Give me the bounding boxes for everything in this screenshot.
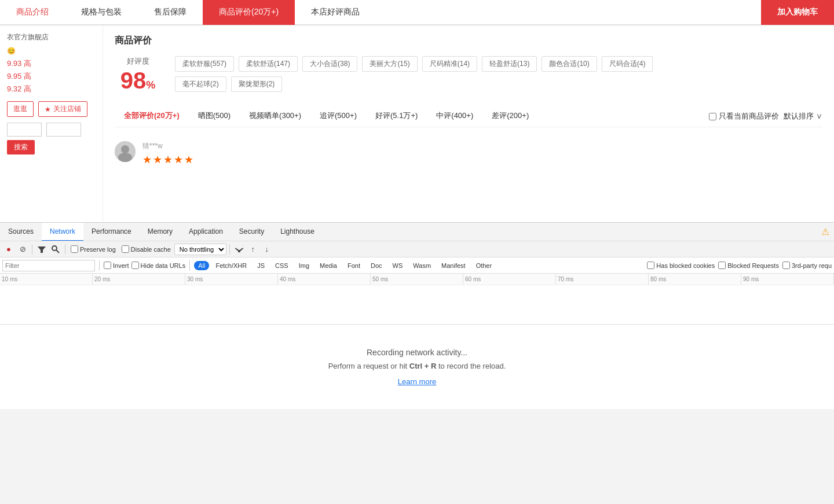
third-party-input[interactable] [782, 262, 790, 269]
only-current-checkbox[interactable] [709, 113, 716, 120]
nav-item-reviews[interactable]: 商品评价(20万+) [203, 0, 295, 25]
devtools-tab-security[interactable]: Security [231, 223, 272, 241]
price-to-input[interactable] [46, 123, 81, 137]
type-btn-other[interactable]: Other [472, 261, 496, 270]
search-button[interactable]: 搜索 [7, 140, 35, 154]
type-btn-img[interactable]: Img [295, 261, 313, 270]
tag-7[interactable]: 尺码合适(4) [602, 56, 653, 72]
tags-area: 柔软舒服(557) 柔软舒适(147) 大小合适(38) 美丽大方(15) 尺码… [175, 56, 822, 97]
has-blocked-cookies-input[interactable] [647, 262, 654, 269]
filter-tab-neutral[interactable]: 中评(400+) [427, 106, 482, 127]
type-btn-all[interactable]: All [194, 261, 209, 270]
tag-3[interactable]: 美丽大方(15) [362, 56, 417, 72]
devtools-tab-network[interactable]: Network [42, 223, 83, 241]
toolbar-separator-3 [229, 244, 230, 255]
review-item: 猜***w ★★★★★ [115, 134, 822, 173]
store-name: 衣官方旗舰店 [7, 32, 96, 42]
preserve-log-checkbox[interactable]: Preserve log [68, 245, 118, 253]
devtools-panel: Sources Network Performance Memory Appli… [0, 222, 834, 504]
svg-marker-3 [38, 247, 46, 253]
learn-more-link[interactable]: Learn more [398, 377, 436, 386]
price-from-input[interactable] [7, 123, 42, 137]
svg-point-2 [118, 153, 132, 162]
hide-data-urls-input[interactable] [131, 262, 139, 269]
wifi-icon-button[interactable] [233, 243, 246, 256]
nav-item-specs[interactable]: 规格与包装 [65, 0, 138, 25]
filter-sep-2 [189, 260, 190, 271]
type-btn-css[interactable]: CSS [271, 261, 292, 270]
hide-data-urls-checkbox[interactable]: Hide data URLs [131, 262, 186, 269]
preserve-log-input[interactable] [71, 245, 78, 253]
type-btn-manifest[interactable]: Manifest [437, 261, 470, 270]
buy-button[interactable]: 加入购物车 [761, 0, 834, 25]
blocked-requests-checkbox[interactable]: Blocked Requests [718, 262, 779, 269]
devtools-tab-application[interactable]: Application [181, 223, 231, 241]
filter-button[interactable] [35, 243, 48, 256]
browse-button[interactable]: 逛逛 [7, 101, 34, 117]
filter-right-checks: Has blocked cookies Blocked Requests 3rd… [647, 262, 832, 269]
blocked-requests-input[interactable] [718, 262, 726, 269]
filter-tab-video[interactable]: 视频晒单(300+) [240, 106, 310, 127]
tag-1[interactable]: 柔软舒适(147) [239, 56, 298, 72]
filter-tab-all[interactable]: 全部评价(20万+) [115, 106, 189, 127]
type-btn-wasm[interactable]: Wasm [409, 261, 435, 270]
devtools-tab-memory[interactable]: Memory [140, 223, 181, 241]
reviewer-name: 猜***w [142, 141, 822, 151]
download-button[interactable]: ↓ [261, 243, 273, 256]
type-btn-media[interactable]: Media [316, 261, 341, 270]
top-navigation: 商品介绍 规格与包装 售后保障 商品评价(20万+) 本店好评商品 加入购物车 [0, 0, 834, 25]
tag-9[interactable]: 聚拢塑形(2) [231, 76, 283, 92]
nav-item-store-reviews[interactable]: 本店好评商品 [295, 0, 376, 25]
rating-number: 98% [115, 69, 161, 92]
filter-tab-positive[interactable]: 好评(5.1万+) [366, 106, 427, 127]
type-btn-ws[interactable]: WS [389, 261, 407, 270]
tag-6[interactable]: 颜色合适(10) [542, 56, 597, 72]
filter-tab-photos[interactable]: 晒图(500) [189, 106, 240, 127]
tag-8[interactable]: 毫不起球(2) [175, 76, 226, 92]
disable-cache-checkbox[interactable]: Disable cache [119, 245, 173, 253]
tag-0[interactable]: 柔软舒服(557) [175, 56, 234, 72]
devtools-tab-lighthouse[interactable]: Lighthouse [272, 223, 323, 241]
tick-3: 40 ms [278, 274, 371, 285]
timeline-ruler: 10 ms 20 ms 30 ms 40 ms 50 ms 60 ms 70 m… [0, 274, 834, 285]
type-btn-doc[interactable]: Doc [367, 261, 386, 270]
disable-cache-input[interactable] [122, 245, 129, 253]
empty-state: Recording network activity... Perform a … [0, 325, 834, 409]
nav-item-after-sales[interactable]: 售后保障 [138, 0, 203, 25]
record-button[interactable]: ● [2, 243, 15, 256]
tick-0: 10 ms [0, 274, 93, 285]
third-party-checkbox[interactable]: 3rd-party requ [782, 262, 832, 269]
filter-input[interactable] [2, 260, 95, 271]
upload-button[interactable]: ↑ [247, 243, 259, 256]
tag-5[interactable]: 轻盈舒适(13) [482, 56, 537, 72]
filter-tab-negative[interactable]: 差评(200+) [482, 106, 538, 127]
reviewer-avatar [115, 141, 136, 162]
empty-state-main: Recording network activity... [367, 348, 467, 357]
devtools-tab-sources[interactable]: Sources [0, 223, 42, 241]
devtools-toolbar: ● ⊘ Preserve log Disable cache No thrott… [0, 241, 834, 257]
price-row-1: 9.93 高 [7, 58, 96, 69]
has-blocked-cookies-checkbox[interactable]: Has blocked cookies [647, 262, 715, 269]
only-current-label[interactable]: 只看当前商品评价 [709, 111, 779, 122]
tag-4[interactable]: 尺码精准(14) [422, 56, 477, 72]
timeline: 10 ms 20 ms 30 ms 40 ms 50 ms 60 ms 70 m… [0, 274, 834, 325]
invert-checkbox[interactable]: Invert [104, 262, 129, 269]
type-btn-fetch[interactable]: Fetch/XHR [211, 261, 251, 270]
type-btn-js[interactable]: JS [253, 261, 269, 270]
throttle-select[interactable]: No throttling Fast 3G Slow 3G [174, 244, 226, 255]
tag-2[interactable]: 大小合适(38) [302, 56, 357, 72]
type-btn-font[interactable]: Font [343, 261, 364, 270]
svg-point-1 [121, 145, 129, 153]
follow-store-button[interactable]: ★ 关注店铺 [38, 101, 87, 117]
invert-input[interactable] [104, 262, 111, 269]
nav-item-product-intro[interactable]: 商品介绍 [0, 0, 65, 25]
toolbar-separator-1 [32, 244, 32, 255]
section-title: 商品评价 [115, 35, 822, 47]
stop-button[interactable]: ⊘ [16, 243, 29, 256]
sort-dropdown[interactable]: 默认排序 ∨ [784, 111, 822, 122]
price-row-2: 9.95 高 [7, 71, 96, 82]
filter-tab-followup[interactable]: 追评(500+) [310, 106, 366, 127]
rating-label: 好评度 [115, 56, 161, 67]
search-button[interactable] [49, 243, 62, 256]
devtools-tab-performance[interactable]: Performance [83, 223, 140, 241]
